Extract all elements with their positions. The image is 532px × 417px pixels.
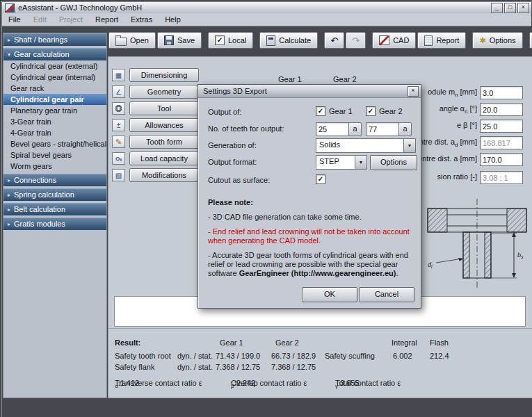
transmission-ratio-field: [480, 171, 523, 184]
tooth-form-button[interactable]: Tooth form: [129, 135, 199, 149]
geometry-button[interactable]: Geometry: [129, 85, 199, 99]
sidebar-item-gear-rack[interactable]: Gear rack: [3, 83, 106, 94]
sidebar-item-bevel-gears[interactable]: Bevel gears - straight/helical: [3, 138, 106, 149]
help-button[interactable]: ? Help: [529, 32, 532, 49]
sidebar-section-belt-calculation[interactable]: ▸ Belt calculation: [3, 203, 106, 215]
result-title: Result:: [115, 338, 140, 347]
safety-flank-mode: dyn. / stat.: [177, 363, 213, 371]
chevron-down-icon[interactable]: ▼: [355, 156, 366, 169]
calculate-button-label: Calculate: [279, 36, 311, 44]
safety-flank-gear2: 7.368 / 12.75: [271, 363, 316, 371]
app-icon: [5, 3, 15, 13]
format-options-button[interactable]: Options: [370, 155, 417, 170]
cutout-checkbox[interactable]: ✓: [316, 174, 325, 184]
helix-angle-label: e β [°]: [457, 121, 477, 131]
allowances-button[interactable]: Allowances: [129, 118, 199, 132]
gear1-checkbox[interactable]: ✓: [316, 106, 325, 116]
chevron-right-icon: ▸: [8, 174, 10, 186]
menu-report[interactable]: Report: [89, 14, 124, 25]
sidebar-item-3-gear-train[interactable]: 3-Gear train: [3, 116, 106, 127]
gear2-column-header: Gear 2: [333, 75, 357, 83]
toolbar: Open Save ✓ Local Calculate ↶ ↷ CAD Repo…: [108, 32, 532, 49]
tool-button[interactable]: Tool: [129, 101, 199, 115]
sidebar-item-cylindrical-gear-pair[interactable]: Cylindrical gear pair: [3, 94, 106, 105]
report-button[interactable]: Report: [417, 32, 466, 49]
options-button-label: Options: [490, 36, 516, 44]
sidebar-item-cylindrical-gear-external[interactable]: Cylindrical gear (external): [3, 60, 106, 72]
modifications-button[interactable]: Modifications: [129, 168, 199, 182]
save-button[interactable]: Save: [157, 32, 202, 49]
chevron-right-icon: ▸: [8, 218, 10, 230]
local-button-label: Local: [228, 36, 246, 44]
sidebar-item-cylindrical-gear-internal[interactable]: Cylindrical gear (internal): [3, 72, 106, 83]
menu-extras[interactable]: Extras: [124, 14, 159, 25]
sidebar-item-planetary-gear-train[interactable]: Planetary gear train: [3, 105, 106, 116]
menu-help[interactable]: Help: [159, 14, 187, 25]
gear2-checkbox-group: ✓ Gear 2: [366, 106, 403, 116]
helix-angle-input[interactable]: [480, 120, 523, 133]
section-label: Gear calculation: [14, 49, 70, 60]
sidebar-item-worm-gears[interactable]: Worm gears: [3, 161, 106, 172]
cancel-button[interactable]: Cancel: [359, 287, 414, 302]
floppy-disk-icon: [164, 35, 174, 45]
gear1-column-header: Gear 1: [278, 75, 302, 83]
teeth-gear1-a-button[interactable]: a: [348, 122, 362, 136]
sidebar-section-spring-calculation[interactable]: ▸ Spring calculation: [3, 188, 106, 201]
teeth-output-label: No. of teeth for output:: [208, 124, 284, 133]
output-of-label: Output of:: [208, 108, 241, 116]
safety-tooth-root-gear1: 71.43 / 199.0: [216, 352, 260, 360]
chevron-down-icon[interactable]: ▼: [403, 139, 415, 152]
window-title: eAssistant - GWJ Technology GmbH: [18, 3, 142, 12]
sidebar-section-shaft-bearings[interactable]: ▸ Shaft / bearings: [3, 33, 106, 46]
teeth-gear2-input[interactable]: [366, 122, 399, 136]
local-checkbox[interactable]: ✓: [215, 35, 225, 45]
output-format-label: Output format:: [208, 158, 257, 166]
dialog-note: Please note: - 3D CAD file generation ca…: [208, 198, 412, 284]
menu-project: Project: [53, 14, 89, 25]
note-title: Please note:: [208, 198, 412, 207]
menu-file[interactable]: File: [2, 14, 27, 25]
dialog-close-icon[interactable]: ×: [408, 86, 419, 97]
calculate-button[interactable]: Calculate: [259, 32, 318, 49]
teeth-gear1-input[interactable]: [316, 122, 349, 136]
maximize-button[interactable]: □: [504, 3, 516, 13]
local-toggle-button[interactable]: ✓ Local: [208, 32, 253, 49]
result-col-gear1: Gear 1: [220, 338, 243, 347]
menu-edit: Edit: [27, 14, 53, 25]
sidebar-section-gear-calculation[interactable]: ▾ Gear calculation: [3, 48, 106, 60]
gearengineer-link: GearEngineer (http://www.gearengineer.eu…: [239, 269, 396, 277]
safety-scuffing-flash: 212.4: [430, 352, 449, 360]
sidebar-section-connections[interactable]: ▸ Connections: [3, 174, 106, 186]
pressure-angle-input[interactable]: [480, 103, 523, 116]
cad-button[interactable]: CAD: [372, 32, 416, 49]
minimize-button[interactable]: _: [491, 3, 503, 13]
options-button[interactable]: ✱ Options: [472, 32, 522, 49]
sidebar-item-4-gear-train[interactable]: 4-Gear train: [3, 127, 106, 138]
gear2-checkbox[interactable]: ✓: [366, 106, 376, 116]
sidebar-item-spiral-bevel-gears[interactable]: Spiral bevel gears: [3, 149, 106, 161]
note-line-warning: - End relief and lead crowning will not …: [208, 227, 412, 245]
centre-distance-input[interactable]: [480, 153, 523, 166]
normal-module-label: odule mn [mm]: [428, 88, 477, 98]
cutout-as-surface-label: Cutout as surface:: [208, 176, 270, 184]
load-capacity-button[interactable]: Load capacity: [129, 152, 199, 165]
safety-flank-label: Safety flank: [115, 363, 154, 371]
undo-button[interactable]: ↶: [324, 32, 344, 49]
settings-3d-export-dialog: Settings 3D Export × Output of: ✓ Gear 1…: [198, 84, 421, 309]
section-label: Connections: [14, 174, 56, 186]
normal-module-input[interactable]: [480, 86, 523, 99]
reference-centre-distance-field: [480, 136, 523, 149]
generation-select[interactable]: Solids ▼: [316, 138, 416, 153]
sidebar-section-gratis-modules[interactable]: ▸ Gratis modules: [3, 218, 106, 230]
output-format-select[interactable]: STEP ▼: [316, 155, 367, 170]
dimensioning-button[interactable]: Dimensioning: [129, 68, 199, 82]
redo-button: ↷: [346, 32, 366, 49]
close-button[interactable]: ×: [517, 3, 529, 13]
gear1-checkbox-label: Gear 1: [329, 107, 353, 115]
save-button-label: Save: [177, 36, 195, 44]
teeth-gear2-a-button[interactable]: a: [398, 122, 412, 136]
open-button[interactable]: Open: [108, 32, 156, 49]
ok-button[interactable]: OK: [302, 287, 357, 302]
section-label: Spring calculation: [14, 189, 74, 201]
output-format-value: STEP: [316, 156, 355, 169]
